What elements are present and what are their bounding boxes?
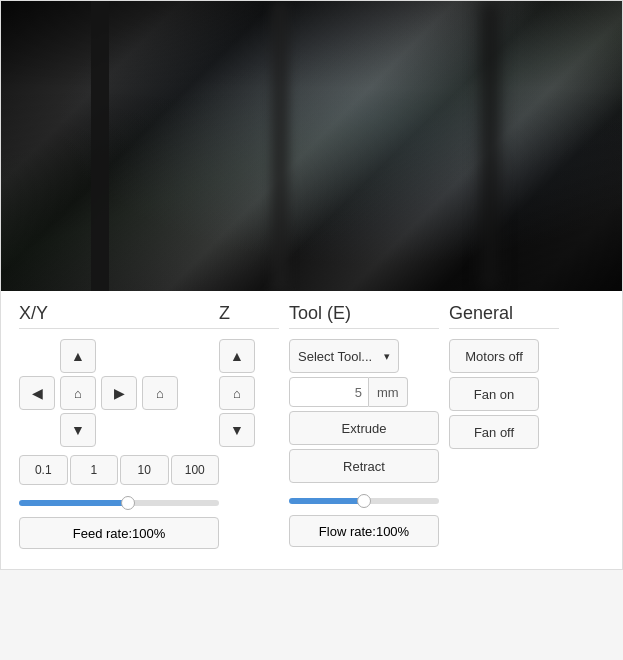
z-down-button[interactable]: ▼ [219, 413, 255, 447]
tool-select-button[interactable]: Select Tool... ▾ [289, 339, 399, 373]
general-controls: Motors off Fan on Fan off [439, 339, 559, 453]
xy-title: X/Y [19, 303, 219, 329]
tool-title: Tool (E) [289, 303, 439, 329]
tool-select-row: Select Tool... ▾ [289, 339, 439, 373]
main-container: X/Y Z Tool (E) General ▲ ◀ ⌂ ▶ ⌂ [0, 0, 623, 570]
xy-right-button[interactable]: ▶ [101, 376, 137, 410]
xy-header: X/Y [19, 303, 219, 339]
feed-slider-row [19, 493, 219, 509]
step-100-button[interactable]: 100 [171, 455, 220, 485]
camera-image [1, 1, 622, 291]
dropdown-arrow-icon: ▾ [384, 350, 390, 363]
step-1-button[interactable]: 1 [70, 455, 119, 485]
feed-rate-button[interactable]: Feed rate:100% [19, 517, 219, 549]
step-10-button[interactable]: 10 [120, 455, 169, 485]
section-headers: X/Y Z Tool (E) General [1, 291, 622, 339]
step-01-button[interactable]: 0.1 [19, 455, 68, 485]
flow-slider-row [289, 491, 439, 507]
tool-controls: Select Tool... ▾ mm Extrude Retract Flow… [279, 339, 439, 547]
general-title: General [449, 303, 559, 329]
xy-left-button[interactable]: ◀ [19, 376, 55, 410]
z-header: Z [219, 303, 279, 339]
motors-off-button[interactable]: Motors off [449, 339, 539, 373]
camera-view [1, 1, 622, 291]
xy-up-button[interactable]: ▲ [60, 339, 96, 373]
xy-down-button[interactable]: ▼ [60, 413, 96, 447]
mm-input-row: mm [289, 377, 439, 407]
fan-off-button[interactable]: Fan off [449, 415, 539, 449]
step-size-row: 0.1 1 10 100 [19, 455, 219, 485]
flow-rate-slider[interactable] [289, 498, 439, 504]
z-up-button[interactable]: ▲ [219, 339, 255, 373]
z-title: Z [219, 303, 279, 329]
controls-body: ▲ ◀ ⌂ ▶ ⌂ ▼ 0.1 1 10 100 [1, 339, 622, 549]
z-home-button[interactable]: ⌂ [219, 376, 255, 410]
fan-on-button[interactable]: Fan on [449, 377, 539, 411]
z-controls: ▲ ⌂ ▼ [219, 339, 279, 455]
xy-home2-button[interactable]: ⌂ [142, 376, 178, 410]
retract-button[interactable]: Retract [289, 449, 439, 483]
feed-rate-slider[interactable] [19, 500, 219, 506]
extrude-button[interactable]: Extrude [289, 411, 439, 445]
general-header: General [439, 303, 559, 339]
mm-value-input[interactable] [289, 377, 369, 407]
flow-rate-button[interactable]: Flow rate:100% [289, 515, 439, 547]
xy-home-button[interactable]: ⌂ [60, 376, 96, 410]
tool-select-label: Select Tool... [298, 349, 372, 364]
mm-unit-label: mm [369, 377, 408, 407]
tool-header: Tool (E) [279, 303, 439, 339]
xy-controls: ▲ ◀ ⌂ ▶ ⌂ ▼ 0.1 1 10 100 [19, 339, 219, 549]
